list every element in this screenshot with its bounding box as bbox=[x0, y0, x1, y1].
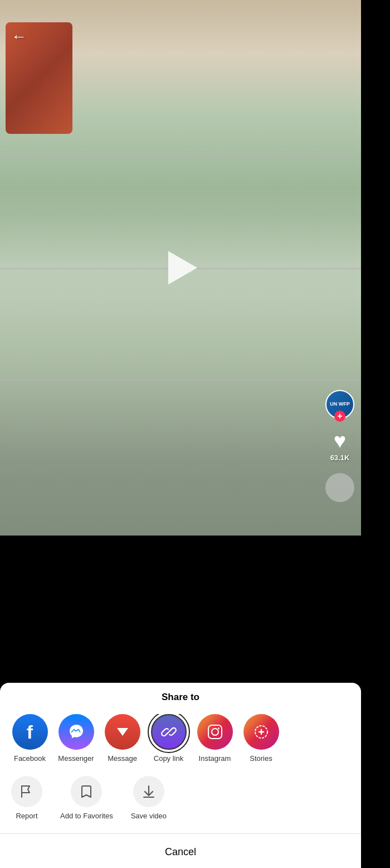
share-instagram[interactable]: Instagram bbox=[194, 714, 236, 763]
video-area: ← UN WFP + ♥ 63.1K bbox=[0, 0, 361, 536]
share-panel: Share to f Facebook Messenger bbox=[0, 683, 361, 868]
message-icon bbox=[105, 714, 140, 750]
share-copylink[interactable]: Copy link bbox=[148, 714, 189, 763]
stories-label: Stories bbox=[250, 754, 272, 763]
share-title: Share to bbox=[0, 692, 361, 703]
share-message[interactable]: Message bbox=[101, 714, 143, 763]
like-button[interactable]: ♥ 63.1K bbox=[330, 430, 350, 462]
facebook-label: Facebook bbox=[14, 754, 46, 763]
copylink-label: Copy link bbox=[154, 754, 183, 763]
action-report[interactable]: Report bbox=[11, 776, 42, 820]
copylink-icon bbox=[151, 714, 187, 750]
share-apps-row: f Facebook Messenger bbox=[0, 714, 361, 771]
svg-point-3 bbox=[218, 727, 220, 729]
play-button[interactable] bbox=[158, 245, 203, 290]
facebook-icon: f bbox=[12, 714, 48, 750]
next-action-icon[interactable] bbox=[325, 473, 354, 502]
like-count: 63.1K bbox=[330, 454, 350, 462]
follow-plus-icon[interactable]: + bbox=[334, 411, 345, 422]
app-container: ← UN WFP + ♥ 63.1K Share to bbox=[0, 0, 361, 868]
instagram-label: Instagram bbox=[199, 754, 231, 763]
action-add-favorites[interactable]: Add to Favorites bbox=[60, 776, 113, 820]
share-facebook[interactable]: f Facebook bbox=[9, 714, 51, 763]
divider bbox=[0, 833, 361, 834]
heart-icon: ♥ bbox=[334, 430, 347, 451]
share-actions-row: Report Add to Favorites bbox=[0, 771, 361, 831]
action-save-video[interactable]: Save video bbox=[131, 776, 167, 820]
messenger-label: Messenger bbox=[58, 754, 94, 763]
messenger-icon bbox=[58, 714, 94, 750]
fridge-shelf-1 bbox=[0, 156, 361, 158]
message-label: Message bbox=[108, 754, 137, 763]
share-stories[interactable]: Stories bbox=[240, 714, 282, 763]
instagram-icon bbox=[197, 714, 233, 750]
save-video-label: Save video bbox=[131, 812, 167, 820]
stories-icon bbox=[243, 714, 279, 750]
play-triangle-icon bbox=[168, 251, 197, 284]
save-video-icon bbox=[133, 776, 164, 807]
report-label: Report bbox=[16, 812, 37, 820]
svg-point-2 bbox=[212, 729, 218, 735]
svg-rect-1 bbox=[208, 725, 222, 739]
back-button[interactable]: ← bbox=[11, 28, 27, 46]
cancel-button[interactable]: Cancel bbox=[0, 836, 361, 868]
add-favorites-label: Add to Favorites bbox=[60, 812, 113, 820]
svg-marker-0 bbox=[117, 728, 128, 736]
right-sidebar: UN WFP + ♥ 63.1K bbox=[325, 390, 354, 502]
share-messenger[interactable]: Messenger bbox=[55, 714, 97, 763]
report-icon bbox=[11, 776, 42, 807]
fridge-shelf-3 bbox=[0, 379, 361, 381]
creator-avatar[interactable]: UN WFP + bbox=[325, 390, 354, 419]
avatar-label: UN WFP bbox=[330, 402, 350, 407]
favorites-icon bbox=[71, 776, 102, 807]
